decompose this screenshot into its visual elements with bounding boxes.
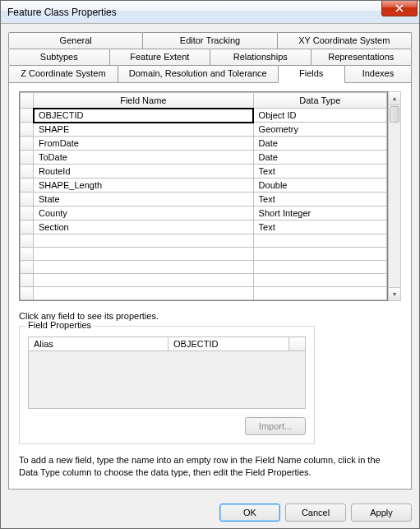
tab-xy-coordinate-system[interactable]: XY Coordinate System xyxy=(277,32,412,49)
field-property-row[interactable]: Alias OBJECTID xyxy=(29,337,306,351)
row-header[interactable] xyxy=(21,179,34,193)
tab-row-1: General Editor Tracking XY Coordinate Sy… xyxy=(8,32,412,49)
cell-data-type[interactable]: Object ID xyxy=(253,109,386,123)
row-header[interactable] xyxy=(21,234,34,248)
row-header[interactable] xyxy=(21,123,34,137)
cell-field-name[interactable] xyxy=(34,274,254,287)
row-header[interactable] xyxy=(21,220,34,234)
tab-editor-tracking[interactable]: Editor Tracking xyxy=(142,32,277,49)
grid-scrollbar[interactable]: ▴ ▾ xyxy=(388,91,401,301)
column-header-field-name[interactable]: Field Name xyxy=(34,93,254,109)
cell-data-type[interactable]: Text xyxy=(253,220,386,234)
import-row: Import... xyxy=(28,417,306,435)
row-header[interactable] xyxy=(21,261,34,274)
table-row[interactable]: SHAPE_LengthDouble xyxy=(21,179,387,193)
cell-data-type[interactable] xyxy=(253,287,386,300)
apply-button[interactable]: Apply xyxy=(351,503,412,522)
tab-indexes[interactable]: Indexes xyxy=(344,65,412,82)
cell-data-type[interactable] xyxy=(253,248,386,261)
cell-field-name[interactable]: RouteId xyxy=(34,165,254,179)
cell-data-type[interactable]: Double xyxy=(253,179,386,193)
field-property-key[interactable]: Alias xyxy=(29,337,168,351)
table-row[interactable]: ToDateDate xyxy=(21,151,387,165)
table-row[interactable] xyxy=(21,248,387,261)
cell-field-name[interactable]: Section xyxy=(34,220,254,234)
window-title: Feature Class Properties xyxy=(7,7,117,18)
tab-domain-resolution-tolerance[interactable]: Domain, Resolution and Tolerance xyxy=(118,65,279,82)
table-row[interactable]: FromDateDate xyxy=(21,137,387,151)
tab-relationships[interactable]: Relationships xyxy=(210,49,312,65)
tab-z-coordinate-system[interactable]: Z Coordinate System xyxy=(8,65,118,82)
tab-feature-extent[interactable]: Feature Extent xyxy=(109,49,211,65)
table-row[interactable]: CountyShort Integer xyxy=(21,206,387,220)
field-properties-grid[interactable]: Alias OBJECTID xyxy=(28,336,306,351)
field-property-value[interactable]: OBJECTID xyxy=(168,337,289,351)
dialog-footer: OK Cancel Apply xyxy=(1,497,419,528)
scroll-down-button[interactable]: ▾ xyxy=(389,287,400,300)
table-row[interactable] xyxy=(21,287,387,300)
tab-subtypes[interactable]: Subtypes xyxy=(8,49,110,65)
cancel-button[interactable]: Cancel xyxy=(285,503,346,522)
row-header[interactable] xyxy=(21,287,34,300)
row-header[interactable] xyxy=(21,137,34,151)
cell-data-type[interactable]: Geometry xyxy=(253,123,386,137)
cell-data-type[interactable]: Short Integer xyxy=(253,206,386,220)
cell-field-name[interactable]: County xyxy=(34,206,254,220)
cell-data-type[interactable]: Text xyxy=(253,165,386,179)
close-icon xyxy=(395,4,404,12)
grid-corner[interactable] xyxy=(21,93,34,109)
table-row[interactable]: SectionText xyxy=(21,220,387,234)
cell-data-type[interactable]: Text xyxy=(253,193,386,206)
field-properties-group: Field Properties Alias OBJECTID Import..… xyxy=(19,326,315,444)
row-header[interactable] xyxy=(21,193,34,206)
fields-grid[interactable]: Field Name Data Type OBJECTIDObject IDSH… xyxy=(19,91,388,301)
cell-data-type[interactable] xyxy=(253,234,386,248)
cell-field-name[interactable] xyxy=(34,287,254,300)
cell-field-name[interactable]: ToDate xyxy=(34,151,254,165)
ok-button[interactable]: OK xyxy=(219,503,280,522)
cell-data-type[interactable]: Date xyxy=(253,151,386,165)
cell-field-name[interactable] xyxy=(34,248,254,261)
tab-row-3: Z Coordinate System Domain, Resolution a… xyxy=(8,65,412,82)
cell-field-name[interactable]: OBJECTID xyxy=(34,109,254,123)
table-row[interactable]: RouteIdText xyxy=(21,165,387,179)
content-area: General Editor Tracking XY Coordinate Sy… xyxy=(1,24,419,497)
scroll-thumb[interactable] xyxy=(390,106,399,123)
close-button[interactable] xyxy=(381,1,418,16)
table-row[interactable] xyxy=(21,274,387,287)
scroll-up-button[interactable]: ▴ xyxy=(389,92,400,105)
row-header[interactable] xyxy=(21,274,34,287)
table-row[interactable]: StateText xyxy=(21,193,387,206)
tab-general[interactable]: General xyxy=(8,32,143,49)
row-header[interactable] xyxy=(21,248,34,261)
cell-field-name[interactable]: SHAPE_Length xyxy=(34,179,254,193)
tab-panel-fields: Field Name Data Type OBJECTIDObject IDSH… xyxy=(8,82,412,490)
row-header[interactable] xyxy=(21,165,34,179)
table-row[interactable] xyxy=(21,234,387,248)
tab-row-2: Subtypes Feature Extent Relationships Re… xyxy=(8,49,412,65)
row-header[interactable] xyxy=(21,151,34,165)
cell-field-name[interactable] xyxy=(34,234,254,248)
cell-data-type[interactable] xyxy=(253,261,386,274)
hint-add-field: To add a new field, type the name into a… xyxy=(19,454,401,479)
cell-field-name[interactable]: State xyxy=(34,193,254,206)
field-properties-legend: Field Properties xyxy=(25,320,94,330)
cell-data-type[interactable]: Date xyxy=(253,137,386,151)
fields-grid-area: Field Name Data Type OBJECTIDObject IDSH… xyxy=(19,91,401,301)
column-header-data-type[interactable]: Data Type xyxy=(253,93,386,109)
row-header[interactable] xyxy=(21,109,34,123)
tab-representations[interactable]: Representations xyxy=(311,49,413,65)
cell-field-name[interactable] xyxy=(34,261,254,274)
tab-fields[interactable]: Fields xyxy=(278,65,345,83)
table-row[interactable]: OBJECTIDObject ID xyxy=(21,109,387,123)
cell-field-name[interactable]: FromDate xyxy=(34,137,254,151)
table-row[interactable] xyxy=(21,261,387,274)
row-header[interactable] xyxy=(21,206,34,220)
titlebar: Feature Class Properties xyxy=(1,1,419,24)
field-property-button-cell[interactable] xyxy=(289,337,306,351)
scroll-track[interactable] xyxy=(389,123,400,287)
table-row[interactable]: SHAPEGeometry xyxy=(21,123,387,137)
cell-field-name[interactable]: SHAPE xyxy=(34,123,254,137)
cell-data-type[interactable] xyxy=(253,274,386,287)
import-button[interactable]: Import... xyxy=(245,417,306,435)
